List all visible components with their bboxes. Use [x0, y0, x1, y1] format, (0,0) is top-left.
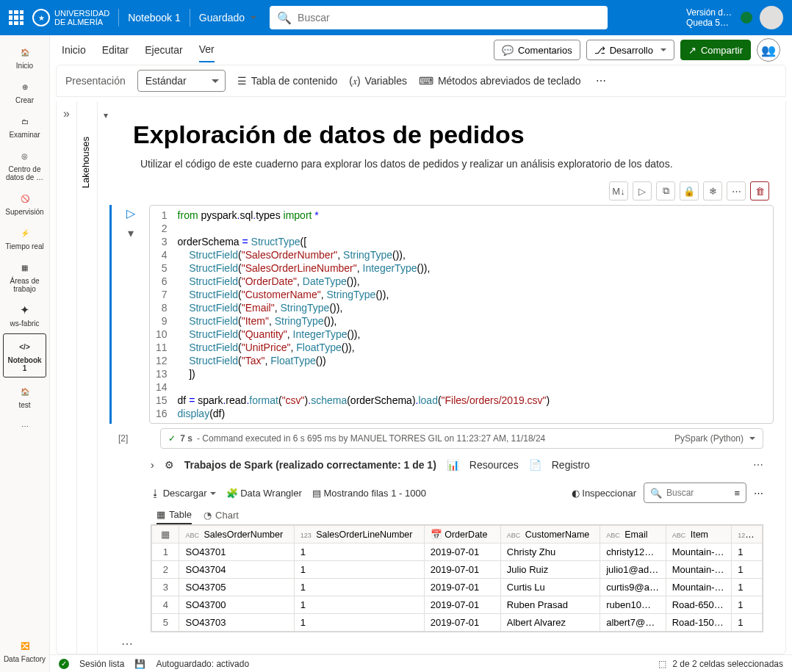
- shortcuts-button[interactable]: ⌨Métodos abreviados de teclado: [419, 75, 581, 87]
- bolt-icon: ⚡: [17, 225, 33, 241]
- chart-icon: ◔: [204, 510, 212, 521]
- data-hub-icon: ◎: [17, 148, 33, 164]
- session-status: Sesión lista: [79, 659, 124, 669]
- keyboard-icon: ⌨: [419, 75, 433, 87]
- comments-button[interactable]: 💬Comentarios: [494, 40, 580, 60]
- document-title[interactable]: Notebook 1: [128, 12, 181, 24]
- row-count: ▤ Mostrando filas 1 - 1000: [312, 488, 426, 499]
- tab-edit[interactable]: Editar: [102, 38, 129, 62]
- download-button[interactable]: ⭳ Descargar: [151, 488, 216, 499]
- collapse-icon[interactable]: ▾: [104, 110, 108, 120]
- nav-test[interactable]: 🏠test: [0, 379, 49, 413]
- toolbar-more[interactable]: ⋯: [596, 75, 606, 87]
- tab-run[interactable]: Ejecutar: [145, 38, 182, 62]
- panel-expand[interactable]: »: [57, 101, 77, 654]
- global-search[interactable]: 🔍: [270, 6, 608, 29]
- lakehouse-icon: 🏠: [17, 383, 33, 400]
- tab-chart[interactable]: ◔Chart: [204, 509, 239, 524]
- column-header[interactable]: ABC SalesOrderNumber: [179, 526, 294, 543]
- to-markdown-button[interactable]: M↓: [609, 181, 628, 200]
- variables-button[interactable]: (𝑥)Variables: [349, 75, 407, 87]
- column-header[interactable]: ABC Email: [600, 526, 666, 543]
- dev-button[interactable]: ⎇Desarrollo: [586, 40, 674, 60]
- nav-monitor[interactable]: 🚫Supervisión: [0, 186, 49, 220]
- column-header[interactable]: 123 SalesOrderLineNumber: [294, 526, 424, 543]
- inspect-icon: ◐: [572, 488, 583, 499]
- table-row[interactable]: 2SO4370412019-07-01Julio Ruizjulio1@adv……: [152, 561, 763, 579]
- nav-more[interactable]: ⋯: [0, 413, 49, 438]
- save-status[interactable]: Guardado: [199, 12, 256, 24]
- datafactory-icon: 🔀: [17, 637, 33, 654]
- freeze-button[interactable]: ❄: [703, 181, 722, 200]
- column-header[interactable]: 123 Qu: [732, 526, 763, 543]
- home-icon: 🏠: [17, 44, 33, 60]
- divider: [190, 9, 190, 26]
- table-row[interactable]: 4SO4370012019-07-01Ruben Prasadruben10@……: [152, 596, 763, 614]
- copy-button[interactable]: ⧉: [656, 181, 675, 200]
- org-logo-icon: ★: [32, 9, 50, 26]
- output-table[interactable]: ▦ABC SalesOrderNumber123 SalesOrderLineN…: [151, 524, 763, 632]
- output-more-icon[interactable]: ⋯: [754, 488, 763, 499]
- output-tabs: ▦Table ◔Chart: [104, 506, 774, 524]
- table-row[interactable]: 5SO4370312019-07-01Albert Alvarezalbert7…: [152, 614, 763, 632]
- nav-notebook-current[interactable]: </>Notebook 1: [3, 333, 46, 377]
- download-icon: ⭳: [151, 488, 163, 499]
- cell-more-dots[interactable]: ⋯: [121, 637, 133, 651]
- search-input[interactable]: [298, 12, 600, 24]
- cell-toolbar: M↓ ▷ ⧉ 🔒 ❄ ⋯ 🗑: [104, 181, 769, 200]
- wrangler-button[interactable]: 🧩 Data Wrangler: [226, 488, 302, 499]
- tab-home[interactable]: Inicio: [62, 38, 86, 62]
- run-cell-button[interactable]: ▷: [633, 181, 652, 200]
- top-bar: ★ UNIVERSIDAD DE ALMERÍA Notebook 1 Guar…: [0, 0, 792, 35]
- column-header[interactable]: ABC Item: [666, 526, 732, 543]
- chevron-down-icon[interactable]: ▾: [128, 226, 134, 240]
- nav-datafactory[interactable]: 🔀Data Factory: [0, 633, 49, 668]
- cell-more-button[interactable]: ⋯: [727, 181, 746, 200]
- lakehouses-label: Lakehouses: [80, 131, 95, 194]
- nav-rail: 🏠Inicio ⊕Crear 🗀Examinar ◎Centro de dato…: [0, 35, 50, 672]
- toc-button[interactable]: ☰Tabla de contenido: [237, 75, 338, 87]
- more-icon[interactable]: ⋯: [753, 459, 763, 471]
- resources-link[interactable]: Resources: [469, 459, 519, 471]
- nav-onelake[interactable]: ◎Centro de datos de …: [0, 143, 49, 186]
- code-editor[interactable]: 12345678910111213141516 from pyspark.sql…: [149, 205, 774, 424]
- spark-jobs-label[interactable]: Trabajos de Spark (realizado correctamen…: [184, 459, 436, 471]
- kernel-select[interactable]: PySpark (Python): [674, 433, 755, 444]
- folder-icon: 🗀: [17, 113, 33, 129]
- table-row[interactable]: 3SO4370512019-07-01Curtis Lucurtis9@ad…M…: [152, 579, 763, 596]
- nav-create[interactable]: ⊕Crear: [0, 74, 49, 109]
- trial-info: Versión d… Queda 59…: [686, 7, 733, 29]
- tab-view[interactable]: Ver: [199, 37, 215, 62]
- inspect-button[interactable]: ◐ Inspeccionar: [572, 488, 636, 499]
- output-search[interactable]: 🔍≡: [644, 483, 746, 503]
- cell-gutter: ▷ ▾: [109, 205, 149, 424]
- table-row[interactable]: 1SO4370112019-07-01Christy Zhuchristy12@…: [152, 543, 763, 561]
- check-icon: ✓: [168, 433, 176, 444]
- nav-realtime[interactable]: ⚡Tiempo real: [0, 220, 49, 255]
- nav-home[interactable]: 🏠Inicio: [0, 40, 49, 74]
- lock-button[interactable]: 🔒: [680, 181, 699, 200]
- delete-cell-button[interactable]: 🗑: [750, 181, 769, 200]
- share-button[interactable]: ↗Compartir: [680, 40, 751, 60]
- column-header[interactable]: ABC CustomerName: [500, 526, 600, 543]
- monitor-icon: 🚫: [17, 190, 33, 206]
- rows-icon: ▤: [312, 488, 324, 499]
- tab-table[interactable]: ▦Table: [156, 509, 192, 524]
- nav-workspaces[interactable]: ▦Áreas de trabajo: [0, 255, 49, 297]
- user-avatar[interactable]: [760, 6, 783, 29]
- wrangler-icon: 🧩: [226, 488, 241, 499]
- layout-select[interactable]: Estándar: [137, 70, 226, 92]
- column-header[interactable]: 📅 OrderDate: [424, 526, 500, 543]
- share-icon: ↗: [688, 45, 696, 56]
- status-ok-icon: ✓: [59, 659, 69, 669]
- app-launcher-icon[interactable]: [9, 10, 24, 25]
- filter-icon[interactable]: ≡: [734, 488, 740, 499]
- nav-ws-fabric[interactable]: ⯌ws-fabric: [0, 297, 49, 332]
- log-link[interactable]: Registro: [552, 459, 590, 471]
- nav-browse[interactable]: 🗀Examinar: [0, 109, 49, 143]
- notebook-icon: </>: [17, 339, 33, 355]
- people-share-icon[interactable]: 👥: [757, 38, 780, 62]
- lakehouses-panel[interactable]: Lakehouses: [77, 101, 98, 654]
- expand-icon[interactable]: ›: [151, 459, 154, 471]
- run-icon[interactable]: ▷: [126, 206, 135, 220]
